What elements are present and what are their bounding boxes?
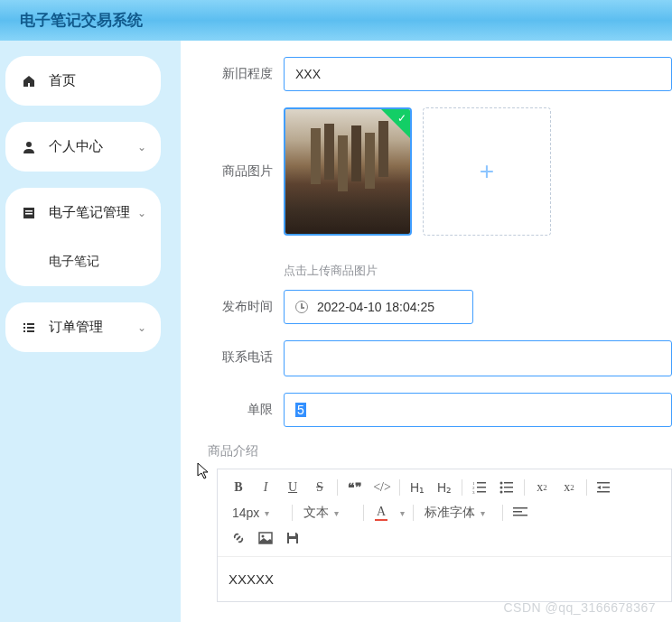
plus-icon: + <box>480 157 494 186</box>
app-header: 电子笔记交易系统 <box>0 0 672 41</box>
svg-rect-4 <box>23 323 25 325</box>
svg-rect-17 <box>504 482 513 484</box>
svg-rect-21 <box>504 491 513 493</box>
check-icon: ✓ <box>397 112 406 125</box>
font-color-dropdown[interactable]: ▾ <box>395 500 409 525</box>
phone-input[interactable] <box>284 340 672 376</box>
bold-button[interactable]: B <box>225 475 252 500</box>
font-family-select[interactable]: 标准字体 ▾ <box>417 505 499 521</box>
italic-button[interactable]: I <box>252 475 279 500</box>
limit-label: 单限 <box>208 393 273 418</box>
save-button[interactable] <box>279 525 306 551</box>
desc-label: 商品介绍 <box>208 443 258 458</box>
svg-rect-6 <box>23 327 25 329</box>
toolbar-separator <box>524 479 525 496</box>
sidebar-item-label: 首页 <box>49 72 76 89</box>
toolbar-separator <box>586 479 587 496</box>
publish-datetime-input[interactable]: 2022-04-10 18:04:25 <box>284 290 473 324</box>
sidebar-item-orders[interactable]: 订单管理 ⌄ <box>5 302 161 352</box>
svg-rect-22 <box>597 482 610 484</box>
sidebar-item-notes[interactable]: 电子笔记管理 ⌄ <box>5 188 161 237</box>
font-size-select[interactable]: 14px ▾ <box>225 506 288 520</box>
subscript-button[interactable]: x2 <box>528 475 555 500</box>
user-icon <box>20 140 38 154</box>
svg-rect-5 <box>27 323 34 325</box>
toolbar-separator <box>363 505 364 521</box>
quote-button[interactable]: ❝❞ <box>341 475 369 500</box>
sidebar-item-label: 电子笔记管理 <box>49 204 130 221</box>
svg-point-0 <box>26 142 32 147</box>
align-button[interactable] <box>507 500 534 525</box>
images-label: 商品图片 <box>208 163 273 180</box>
notes-icon <box>20 206 38 220</box>
text-type-select[interactable]: 文本 ▾ <box>296 505 359 521</box>
list-icon <box>20 320 38 335</box>
uploaded-image-thumb[interactable]: ✓ <box>284 107 412 236</box>
sidebar-item-home[interactable]: 首页 <box>5 56 161 106</box>
h2-button[interactable]: H₂ <box>431 475 458 500</box>
toolbar-separator <box>413 505 414 521</box>
code-button[interactable]: </> <box>369 475 396 500</box>
toolbar-separator <box>399 479 400 496</box>
svg-rect-26 <box>513 511 522 513</box>
limit-input[interactable]: 5 <box>284 393 672 427</box>
toolbar-separator <box>462 479 462 496</box>
svg-rect-25 <box>513 507 527 509</box>
svg-rect-11 <box>477 482 486 484</box>
svg-rect-27 <box>513 515 527 516</box>
sidebar-item-label: 订单管理 <box>49 319 103 336</box>
svg-rect-30 <box>289 533 295 536</box>
upload-hint: 点击上传商品图片 <box>284 263 672 279</box>
unordered-list-button[interactable] <box>493 475 520 500</box>
strikethrough-button[interactable]: S <box>306 475 333 500</box>
underline-button[interactable]: U <box>279 475 306 500</box>
sidebar-sub-notes[interactable]: 电子笔记 <box>5 237 161 286</box>
image-uploader[interactable]: + <box>423 107 551 236</box>
svg-rect-9 <box>27 330 34 332</box>
ordered-list-button[interactable]: 123 <box>466 475 493 500</box>
svg-rect-8 <box>23 330 25 332</box>
main-content: 新旧程度 XXX 商品图片 ✓ + 点击上传商品图片 发布时间 <box>181 41 672 622</box>
h1-button[interactable]: H₁ <box>404 475 431 500</box>
svg-point-18 <box>500 487 503 489</box>
home-icon <box>20 74 38 88</box>
image-button[interactable] <box>252 525 279 551</box>
condition-input[interactable]: XXX <box>284 57 672 91</box>
sidebar-sub-label: 电子笔记 <box>49 254 99 268</box>
svg-point-29 <box>262 535 265 538</box>
clock-icon <box>295 301 308 313</box>
svg-text:3: 3 <box>472 490 475 495</box>
app-title: 电子笔记交易系统 <box>20 10 143 31</box>
svg-rect-2 <box>25 210 33 212</box>
svg-rect-15 <box>477 491 486 493</box>
chevron-down-icon: ⌄ <box>137 141 146 153</box>
svg-rect-23 <box>602 487 610 488</box>
outdent-button[interactable] <box>591 475 618 500</box>
svg-rect-3 <box>25 213 33 215</box>
svg-rect-24 <box>597 491 610 493</box>
svg-rect-13 <box>477 487 486 488</box>
svg-rect-19 <box>504 487 513 488</box>
svg-rect-31 <box>289 539 296 543</box>
toolbar-separator <box>337 479 338 496</box>
chevron-down-icon: ⌄ <box>137 321 146 334</box>
publish-label: 发布时间 <box>208 290 273 315</box>
sidebar-item-label: 个人中心 <box>49 138 103 155</box>
toolbar-separator <box>502 505 503 521</box>
font-color-button[interactable]: A <box>368 500 395 525</box>
condition-label: 新旧程度 <box>208 57 273 82</box>
sidebar-item-personal[interactable]: 个人中心 ⌄ <box>5 122 161 172</box>
chevron-down-icon: ⌄ <box>137 207 146 219</box>
sidebar: 首页 个人中心 ⌄ 电子笔记管理 ⌄ 电子笔记 订单管理 ⌄ <box>0 56 166 368</box>
editor-content[interactable]: XXXXX <box>218 557 671 601</box>
svg-point-20 <box>500 491 503 494</box>
superscript-button[interactable]: x2 <box>555 475 583 500</box>
link-button[interactable] <box>225 525 252 551</box>
chevron-down-icon: ▾ <box>265 508 269 518</box>
toolbar-separator <box>292 505 293 521</box>
editor-toolbar: B I U S ❝❞ </> H₁ H₂ 123 x2 x2 <box>218 469 671 557</box>
svg-rect-7 <box>27 327 34 329</box>
rich-text-editor: B I U S ❝❞ </> H₁ H₂ 123 x2 x2 <box>217 469 672 602</box>
chevron-down-icon: ▾ <box>481 508 485 518</box>
svg-point-16 <box>500 482 503 485</box>
